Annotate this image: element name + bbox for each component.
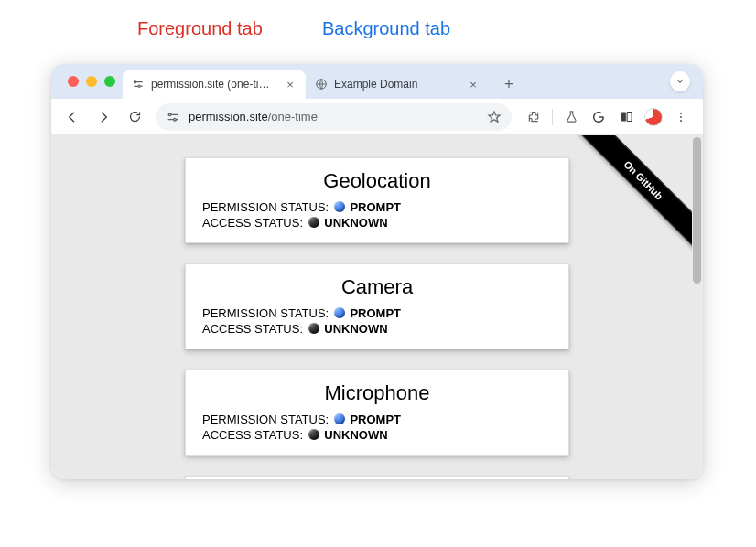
permission-status-label: PERMISSION STATUS:: [202, 306, 329, 320]
svg-point-0: [134, 81, 135, 83]
labs-flask-icon[interactable]: [558, 104, 584, 130]
url-text: permission.site/one-time: [189, 110, 479, 123]
reader-mode-icon[interactable]: [613, 104, 639, 130]
tab-close-icon[interactable]: ×: [467, 78, 480, 91]
permission-status-row: PERMISSION STATUS: PROMPT: [202, 200, 552, 214]
svg-point-1: [138, 85, 140, 87]
tab-title: Example Domain: [334, 78, 460, 91]
window-controls: [68, 76, 115, 87]
url-path: /one-time: [268, 110, 318, 123]
window-close-icon[interactable]: [68, 76, 79, 87]
permission-status-row: PERMISSION STATUS: PROMPT: [202, 413, 552, 426]
tab-foreground[interactable]: permission.site (one-time) ×: [123, 70, 306, 99]
status-dot-black-icon: [308, 429, 319, 440]
permission-status-label: PERMISSION STATUS:: [202, 413, 329, 426]
access-status-label: ACCESS STATUS:: [202, 428, 303, 442]
access-status-row: ACCESS STATUS: UNKNOWN: [202, 216, 552, 230]
window-minimize-icon[interactable]: [86, 76, 97, 87]
svg-point-3: [168, 113, 171, 116]
extension-icons: [519, 104, 696, 130]
profile-avatar[interactable]: [641, 104, 666, 130]
avatar-icon: [644, 108, 663, 126]
access-status-row: ACCESS STATUS: UNKNOWN: [202, 428, 552, 442]
site-favicon-icon: [132, 78, 145, 91]
access-status-label: ACCESS STATUS:: [202, 322, 303, 336]
access-status-value: UNKNOWN: [324, 322, 387, 336]
site-settings-icon[interactable]: [165, 109, 181, 125]
google-g-icon[interactable]: [586, 104, 611, 130]
status-dot-blue-icon: [334, 307, 345, 318]
annotation-foreground: Foreground tab: [137, 18, 263, 39]
back-button[interactable]: [59, 103, 86, 131]
permission-card-geolocation[interactable]: Geolocation PERMISSION STATUS: PROMPT AC…: [185, 157, 569, 243]
status-dot-black-icon: [308, 217, 319, 228]
permission-cards: Geolocation PERMISSION STATUS: PROMPT AC…: [51, 135, 703, 479]
permission-card-next-stub: [185, 476, 569, 479]
menu-kebab-icon[interactable]: [668, 104, 694, 130]
permission-status-value: PROMPT: [350, 200, 401, 214]
annotation-background: Background tab: [322, 18, 450, 39]
svg-point-7: [680, 112, 682, 113]
svg-point-8: [680, 115, 682, 117]
card-title: Camera: [202, 275, 552, 299]
window-zoom-icon[interactable]: [104, 76, 115, 87]
toolbar: permission.site/one-time: [51, 99, 703, 135]
address-bar[interactable]: permission.site/one-time: [156, 103, 512, 131]
svg-rect-6: [627, 113, 632, 122]
status-dot-blue-icon: [334, 201, 345, 212]
forward-button[interactable]: [90, 103, 117, 131]
page-content: On GitHub Geolocation PERMISSION STATUS:…: [51, 135, 703, 479]
svg-rect-5: [621, 113, 625, 122]
permission-status-value: PROMPT: [350, 306, 401, 320]
status-dot-black-icon: [308, 323, 319, 334]
reload-button[interactable]: [121, 103, 148, 131]
extensions-puzzle-icon[interactable]: [521, 104, 546, 130]
svg-point-4: [174, 118, 177, 121]
tab-title: permission.site (one-time): [151, 78, 277, 91]
tab-strip: permission.site (one-time) × Example Dom…: [51, 64, 703, 99]
permission-status-value: PROMPT: [350, 413, 401, 426]
access-status-value: UNKNOWN: [324, 216, 387, 230]
scrollbar[interactable]: [692, 137, 701, 477]
card-title: Geolocation: [202, 169, 552, 193]
access-status-row: ACCESS STATUS: UNKNOWN: [202, 322, 552, 336]
tabs: permission.site (one-time) × Example Dom…: [123, 64, 521, 99]
permission-card-camera[interactable]: Camera PERMISSION STATUS: PROMPT ACCESS …: [185, 263, 569, 349]
tab-separator: [491, 72, 491, 89]
permission-status-label: PERMISSION STATUS:: [202, 200, 329, 214]
svg-point-9: [680, 120, 682, 122]
toolbar-separator: [552, 109, 553, 125]
access-status-label: ACCESS STATUS:: [202, 216, 303, 230]
tab-close-icon[interactable]: ×: [284, 78, 297, 91]
permission-card-microphone[interactable]: Microphone PERMISSION STATUS: PROMPT ACC…: [185, 370, 569, 456]
permission-status-row: PERMISSION STATUS: PROMPT: [202, 306, 552, 320]
browser-window: permission.site (one-time) × Example Dom…: [51, 64, 703, 479]
tab-background[interactable]: Example Domain ×: [306, 70, 489, 99]
card-title: Microphone: [202, 381, 552, 405]
status-dot-blue-icon: [334, 413, 345, 424]
chevron-down-icon[interactable]: [670, 71, 690, 91]
globe-favicon-icon: [315, 78, 328, 91]
bookmark-star-icon[interactable]: [486, 109, 502, 125]
new-tab-button[interactable]: +: [497, 72, 521, 96]
url-host: permission.site: [189, 110, 268, 123]
access-status-value: UNKNOWN: [324, 428, 387, 442]
scrollbar-thumb[interactable]: [693, 137, 701, 284]
